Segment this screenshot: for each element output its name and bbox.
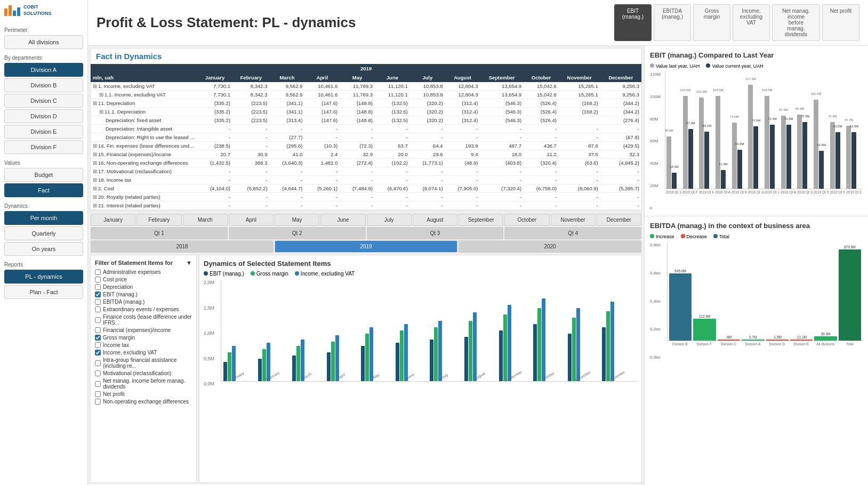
btn-june[interactable]: June [320,214,365,226]
filter-admin[interactable]: Administrative expenses [95,269,192,275]
tab-ebitda[interactable]: EBITDA(manag.) [654,4,691,41]
btn-january[interactable]: January [91,214,135,226]
filter-depreciation[interactable]: Depreciation [95,284,192,290]
btn-2020[interactable]: 2020 [459,240,641,253]
division-b-button[interactable]: Division B [4,78,83,92]
table-cell: 15,265.1 [559,82,600,91]
filter-financial-label: Financial (expenses)/income [103,327,171,333]
fact-dynamics-table-wrapper[interactable]: 2019 mln, uah January February March Apr… [91,64,641,210]
col-aug: August [445,73,480,82]
filter-net-manag-checkbox[interactable] [95,381,101,387]
filter-net-profit[interactable]: Net profit [95,391,192,397]
table-cell: 11,120.1 [375,82,410,91]
filter-cost[interactable]: Cost price [95,277,192,282]
filter-extraordinary-checkbox[interactable] [95,306,101,312]
expand-icon[interactable]: ⊞ [93,185,97,191]
expand-icon[interactable]: ⊞ [93,100,97,106]
btn-qt4[interactable]: Qt 4 [504,227,641,239]
on-years-button[interactable]: On years [4,242,83,256]
filter-depreciation-checkbox[interactable] [95,284,101,290]
btn-2019[interactable]: 2019 [275,240,457,253]
filter-intra-checkbox[interactable] [95,360,101,366]
filter-depreciation-label: Depreciation [103,284,133,290]
table-cell: (320.2) [410,108,445,116]
table-cell: - [559,167,600,176]
btn-qt3[interactable]: Qt 3 [367,227,504,239]
expand-icon[interactable]: ⊞ [93,203,97,208]
btn-qt2[interactable]: Qt 2 [229,227,366,239]
filter-non-op[interactable]: Non-operating exchange differences [95,399,192,405]
filter-income-vat-checkbox[interactable] [95,350,101,355]
tab-net-manag[interactable]: Net manag.incomebeforemanag.dividends [772,4,820,41]
expand-icon[interactable]: ⊞ [99,109,103,115]
division-d-button[interactable]: Division D [4,109,83,123]
table-cell: 9.4 [445,150,480,159]
filter-income-tax[interactable]: Income tax [95,342,192,348]
filter-income-vat[interactable]: Income, excluding VAT [95,350,192,355]
btn-february[interactable]: February [136,214,181,226]
chart-bar [508,305,511,381]
filter-finance-costs-checkbox[interactable] [95,317,101,323]
filter-cost-checkbox[interactable] [95,277,101,282]
filter-non-op-checkbox[interactable] [95,399,101,405]
expand-icon[interactable]: ⊞ [93,83,97,89]
division-e-button[interactable]: Division E [4,125,83,139]
filter-financial[interactable]: Financial (expenses)/income [95,327,192,333]
filter-collapse-icon[interactable]: ▼ [186,260,192,266]
table-cell: - [559,125,600,133]
btn-december[interactable]: December [597,214,641,226]
quarterly-button[interactable]: Quarterly [4,227,83,240]
btn-september[interactable]: September [459,214,503,226]
budget-button[interactable]: Budget [4,168,83,182]
filter-extraordinary[interactable]: Extraordinary events / expenses [95,306,192,312]
expand-icon[interactable]: ⊞ [93,177,97,183]
filter-admin-checkbox[interactable] [95,269,101,275]
filter-ebit[interactable]: EBIT (manag.) [95,292,192,297]
filter-ebitda[interactable]: EBITDA (manag.) [95,299,192,305]
ebit-prev-label: 104.5M [713,88,724,92]
expand-icon[interactable]: ⊞ [93,151,97,157]
pl-dynamics-button[interactable]: PL - dynamics [4,270,83,284]
btn-qt1[interactable]: Qt 1 [91,227,228,239]
filter-financial-checkbox[interactable] [95,327,101,333]
expand-icon[interactable]: ⊞ [93,168,97,174]
tab-ebit[interactable]: EBIT(manag.) [614,4,652,41]
filter-intra[interactable]: Intra-group financial assistance (includ… [95,357,192,369]
table-cell: (147.6) [304,108,340,116]
filter-income-tax-checkbox[interactable] [95,342,101,348]
btn-march[interactable]: March [183,214,228,226]
btn-october[interactable]: October [504,214,549,226]
filter-net-profit-checkbox[interactable] [95,391,101,397]
filter-motivational[interactable]: Motivational (reclassification) [95,370,192,376]
expand-icon[interactable]: ⊞ [93,143,97,149]
filter-ebitda-checkbox[interactable] [95,299,101,305]
plan-fact-button[interactable]: Plan - Fact [4,285,83,299]
btn-july[interactable]: July [367,214,412,226]
division-a-button[interactable]: Division A [4,63,83,77]
tab-income[interactable]: Income,excludingVAT [733,4,770,41]
filter-gross-checkbox[interactable] [95,335,101,341]
filter-net-manag[interactable]: Net manag. income before manag. dividend… [95,378,192,390]
filter-gross[interactable]: Gross margin [95,335,192,341]
all-divisions-button[interactable]: All divisions [4,35,83,49]
btn-april[interactable]: April [229,214,274,226]
filter-motivational-checkbox[interactable] [95,370,101,376]
expand-icon[interactable]: ⊞ [93,160,97,166]
table-cell: (272.4) [340,159,375,167]
per-month-button[interactable]: Per month [4,211,83,225]
tab-gross[interactable]: Grossmargin [693,4,730,41]
filter-ebit-checkbox[interactable] [95,292,101,297]
btn-august[interactable]: August [413,214,457,226]
fact-button[interactable]: Fact [4,183,83,197]
ebit-bar-group: 100.5M42.9M [814,100,829,189]
expand-icon[interactable]: ⊞ [93,194,97,200]
btn-november[interactable]: November [551,214,596,226]
filter-finance-costs[interactable]: Finance costs (lease difference under IF… [95,314,192,326]
expand-icon[interactable]: ⊞ [99,92,103,98]
division-f-button[interactable]: Division F [4,140,83,154]
division-c-button[interactable]: Division C [4,94,83,108]
chart-bar [537,308,541,381]
btn-2018[interactable]: 2018 [91,240,274,253]
btn-may[interactable]: May [275,214,319,226]
tab-net-profit[interactable]: Net profit [822,4,859,41]
